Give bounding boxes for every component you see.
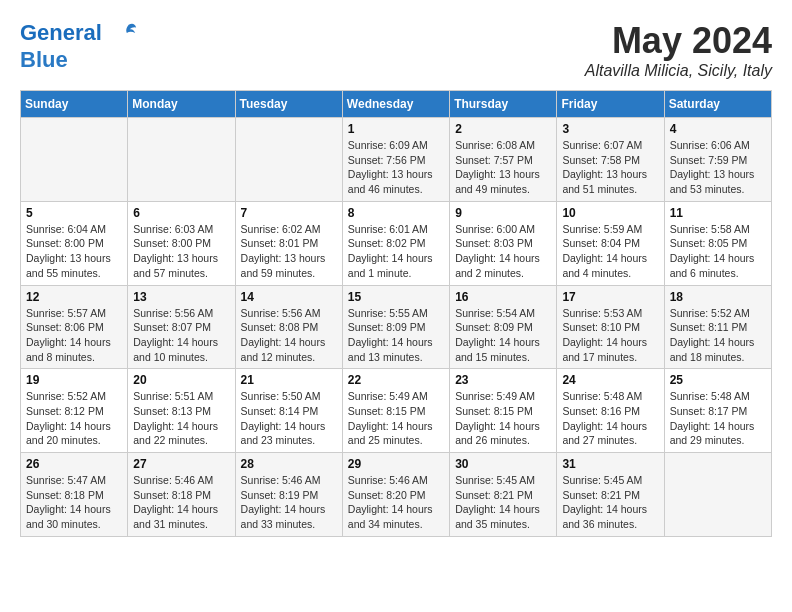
day-number: 4 xyxy=(670,122,766,136)
calendar-cell: 15Sunrise: 5:55 AM Sunset: 8:09 PM Dayli… xyxy=(342,285,449,369)
calendar-cell: 30Sunrise: 5:45 AM Sunset: 8:21 PM Dayli… xyxy=(450,453,557,537)
calendar-cell: 14Sunrise: 5:56 AM Sunset: 8:08 PM Dayli… xyxy=(235,285,342,369)
calendar-cell: 25Sunrise: 5:48 AM Sunset: 8:17 PM Dayli… xyxy=(664,369,771,453)
day-info: Sunrise: 5:47 AM Sunset: 8:18 PM Dayligh… xyxy=(26,473,122,532)
calendar-cell: 26Sunrise: 5:47 AM Sunset: 8:18 PM Dayli… xyxy=(21,453,128,537)
day-info: Sunrise: 5:52 AM Sunset: 8:12 PM Dayligh… xyxy=(26,389,122,448)
day-info: Sunrise: 5:58 AM Sunset: 8:05 PM Dayligh… xyxy=(670,222,766,281)
day-info: Sunrise: 5:53 AM Sunset: 8:10 PM Dayligh… xyxy=(562,306,658,365)
weekday-header-sunday: Sunday xyxy=(21,91,128,118)
day-number: 29 xyxy=(348,457,444,471)
day-number: 2 xyxy=(455,122,551,136)
day-number: 3 xyxy=(562,122,658,136)
day-number: 31 xyxy=(562,457,658,471)
day-number: 15 xyxy=(348,290,444,304)
calendar-cell xyxy=(128,118,235,202)
page-header: General Blue May 2024 Altavilla Milicia,… xyxy=(20,20,772,80)
day-number: 19 xyxy=(26,373,122,387)
day-info: Sunrise: 5:59 AM Sunset: 8:04 PM Dayligh… xyxy=(562,222,658,281)
calendar-cell: 18Sunrise: 5:52 AM Sunset: 8:11 PM Dayli… xyxy=(664,285,771,369)
day-number: 18 xyxy=(670,290,766,304)
day-number: 21 xyxy=(241,373,337,387)
day-info: Sunrise: 6:09 AM Sunset: 7:56 PM Dayligh… xyxy=(348,138,444,197)
calendar-cell xyxy=(21,118,128,202)
day-info: Sunrise: 5:57 AM Sunset: 8:06 PM Dayligh… xyxy=(26,306,122,365)
calendar-cell: 9Sunrise: 6:00 AM Sunset: 8:03 PM Daylig… xyxy=(450,201,557,285)
day-number: 16 xyxy=(455,290,551,304)
calendar-cell: 4Sunrise: 6:06 AM Sunset: 7:59 PM Daylig… xyxy=(664,118,771,202)
day-info: Sunrise: 5:49 AM Sunset: 8:15 PM Dayligh… xyxy=(455,389,551,448)
day-number: 17 xyxy=(562,290,658,304)
logo-text: General xyxy=(20,20,138,48)
day-number: 14 xyxy=(241,290,337,304)
day-info: Sunrise: 5:46 AM Sunset: 8:20 PM Dayligh… xyxy=(348,473,444,532)
logo-blue: Blue xyxy=(20,48,138,72)
calendar-cell: 20Sunrise: 5:51 AM Sunset: 8:13 PM Dayli… xyxy=(128,369,235,453)
calendar-cell: 5Sunrise: 6:04 AM Sunset: 8:00 PM Daylig… xyxy=(21,201,128,285)
calendar-cell: 7Sunrise: 6:02 AM Sunset: 8:01 PM Daylig… xyxy=(235,201,342,285)
weekday-header-saturday: Saturday xyxy=(664,91,771,118)
calendar-cell: 29Sunrise: 5:46 AM Sunset: 8:20 PM Dayli… xyxy=(342,453,449,537)
day-number: 9 xyxy=(455,206,551,220)
calendar-cell: 8Sunrise: 6:01 AM Sunset: 8:02 PM Daylig… xyxy=(342,201,449,285)
day-info: Sunrise: 5:46 AM Sunset: 8:19 PM Dayligh… xyxy=(241,473,337,532)
day-info: Sunrise: 5:55 AM Sunset: 8:09 PM Dayligh… xyxy=(348,306,444,365)
day-info: Sunrise: 5:46 AM Sunset: 8:18 PM Dayligh… xyxy=(133,473,229,532)
calendar-header-row: SundayMondayTuesdayWednesdayThursdayFrid… xyxy=(21,91,772,118)
day-info: Sunrise: 6:00 AM Sunset: 8:03 PM Dayligh… xyxy=(455,222,551,281)
calendar-cell: 17Sunrise: 5:53 AM Sunset: 8:10 PM Dayli… xyxy=(557,285,664,369)
calendar-week-row: 26Sunrise: 5:47 AM Sunset: 8:18 PM Dayli… xyxy=(21,453,772,537)
calendar-cell: 27Sunrise: 5:46 AM Sunset: 8:18 PM Dayli… xyxy=(128,453,235,537)
calendar-cell: 13Sunrise: 5:56 AM Sunset: 8:07 PM Dayli… xyxy=(128,285,235,369)
day-info: Sunrise: 5:54 AM Sunset: 8:09 PM Dayligh… xyxy=(455,306,551,365)
day-info: Sunrise: 6:08 AM Sunset: 7:57 PM Dayligh… xyxy=(455,138,551,197)
day-info: Sunrise: 6:03 AM Sunset: 8:00 PM Dayligh… xyxy=(133,222,229,281)
day-number: 22 xyxy=(348,373,444,387)
day-info: Sunrise: 5:45 AM Sunset: 8:21 PM Dayligh… xyxy=(562,473,658,532)
day-number: 10 xyxy=(562,206,658,220)
calendar-cell: 16Sunrise: 5:54 AM Sunset: 8:09 PM Dayli… xyxy=(450,285,557,369)
calendar-cell: 28Sunrise: 5:46 AM Sunset: 8:19 PM Dayli… xyxy=(235,453,342,537)
weekday-header-monday: Monday xyxy=(128,91,235,118)
calendar-cell: 22Sunrise: 5:49 AM Sunset: 8:15 PM Dayli… xyxy=(342,369,449,453)
calendar-week-row: 12Sunrise: 5:57 AM Sunset: 8:06 PM Dayli… xyxy=(21,285,772,369)
calendar-cell: 21Sunrise: 5:50 AM Sunset: 8:14 PM Dayli… xyxy=(235,369,342,453)
weekday-header-wednesday: Wednesday xyxy=(342,91,449,118)
weekday-header-tuesday: Tuesday xyxy=(235,91,342,118)
day-info: Sunrise: 5:52 AM Sunset: 8:11 PM Dayligh… xyxy=(670,306,766,365)
calendar-cell: 2Sunrise: 6:08 AM Sunset: 7:57 PM Daylig… xyxy=(450,118,557,202)
calendar-cell xyxy=(664,453,771,537)
day-info: Sunrise: 5:51 AM Sunset: 8:13 PM Dayligh… xyxy=(133,389,229,448)
calendar-cell xyxy=(235,118,342,202)
location: Altavilla Milicia, Sicily, Italy xyxy=(585,62,772,80)
day-number: 25 xyxy=(670,373,766,387)
calendar-cell: 31Sunrise: 5:45 AM Sunset: 8:21 PM Dayli… xyxy=(557,453,664,537)
day-number: 23 xyxy=(455,373,551,387)
calendar-week-row: 5Sunrise: 6:04 AM Sunset: 8:00 PM Daylig… xyxy=(21,201,772,285)
day-number: 11 xyxy=(670,206,766,220)
logo: General Blue xyxy=(20,20,138,72)
day-info: Sunrise: 6:07 AM Sunset: 7:58 PM Dayligh… xyxy=(562,138,658,197)
calendar-cell: 10Sunrise: 5:59 AM Sunset: 8:04 PM Dayli… xyxy=(557,201,664,285)
calendar-cell: 11Sunrise: 5:58 AM Sunset: 8:05 PM Dayli… xyxy=(664,201,771,285)
day-info: Sunrise: 5:49 AM Sunset: 8:15 PM Dayligh… xyxy=(348,389,444,448)
calendar-cell: 24Sunrise: 5:48 AM Sunset: 8:16 PM Dayli… xyxy=(557,369,664,453)
calendar-cell: 19Sunrise: 5:52 AM Sunset: 8:12 PM Dayli… xyxy=(21,369,128,453)
day-info: Sunrise: 6:04 AM Sunset: 8:00 PM Dayligh… xyxy=(26,222,122,281)
title-block: May 2024 Altavilla Milicia, Sicily, Ital… xyxy=(585,20,772,80)
day-number: 12 xyxy=(26,290,122,304)
day-info: Sunrise: 5:48 AM Sunset: 8:17 PM Dayligh… xyxy=(670,389,766,448)
day-number: 7 xyxy=(241,206,337,220)
day-info: Sunrise: 5:56 AM Sunset: 8:08 PM Dayligh… xyxy=(241,306,337,365)
day-number: 26 xyxy=(26,457,122,471)
calendar-table: SundayMondayTuesdayWednesdayThursdayFrid… xyxy=(20,90,772,537)
day-info: Sunrise: 6:01 AM Sunset: 8:02 PM Dayligh… xyxy=(348,222,444,281)
day-number: 30 xyxy=(455,457,551,471)
day-info: Sunrise: 6:06 AM Sunset: 7:59 PM Dayligh… xyxy=(670,138,766,197)
day-number: 27 xyxy=(133,457,229,471)
calendar-cell: 3Sunrise: 6:07 AM Sunset: 7:58 PM Daylig… xyxy=(557,118,664,202)
day-number: 24 xyxy=(562,373,658,387)
day-number: 5 xyxy=(26,206,122,220)
calendar-cell: 6Sunrise: 6:03 AM Sunset: 8:00 PM Daylig… xyxy=(128,201,235,285)
calendar-cell: 23Sunrise: 5:49 AM Sunset: 8:15 PM Dayli… xyxy=(450,369,557,453)
